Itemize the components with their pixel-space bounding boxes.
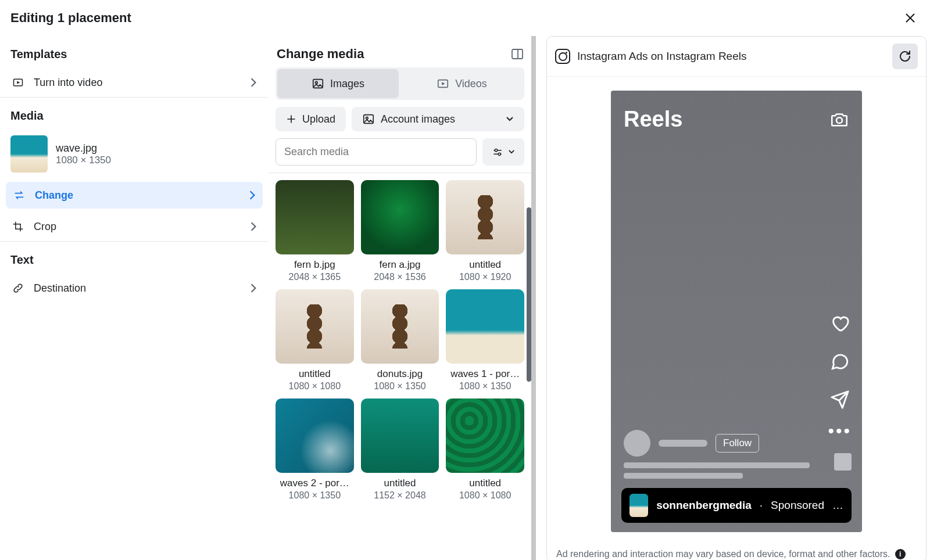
crop-action[interactable]: Crop (0, 212, 269, 241)
sponsored-label: Sponsored (771, 499, 824, 512)
avatar-placeholder (624, 430, 650, 457)
text-heading: Text (0, 242, 269, 274)
media-card-thumb (446, 399, 524, 473)
swap-icon (13, 189, 26, 202)
media-card[interactable]: untitled1080 × 1080 (446, 399, 524, 501)
media-card[interactable]: waves 2 - por…1080 × 1350 (276, 399, 354, 501)
change-action[interactable]: Change (6, 182, 263, 209)
account-images-dropdown[interactable]: Account images (352, 107, 524, 131)
media-card-name: untitled (276, 368, 354, 380)
instagram-icon (555, 49, 570, 64)
tab-videos[interactable]: Videos (401, 69, 523, 98)
banner-thumbnail (629, 494, 648, 517)
media-card-dims: 1080 × 1350 (446, 381, 524, 392)
media-card-name: fern b.jpg (276, 259, 354, 271)
close-icon (904, 12, 917, 24)
caret-down-icon (506, 116, 514, 122)
media-card-thumb (276, 289, 354, 364)
follow-button[interactable]: Follow (716, 434, 759, 453)
banner-account: sonnenbergmedia (656, 499, 752, 512)
svg-point-7 (366, 117, 368, 119)
upload-button[interactable]: Upload (276, 107, 346, 131)
username-placeholder (659, 440, 707, 447)
media-card[interactable]: untitled1152 × 2048 (361, 399, 439, 501)
link-icon (12, 282, 24, 295)
play-icon (437, 77, 449, 90)
search-media-input[interactable] (276, 138, 477, 166)
preview-footer-text: Ad rendering and interaction may vary ba… (556, 549, 890, 559)
svg-rect-6 (364, 115, 374, 124)
preview-panel: Instagram Ads on Instagram Reels Reels (546, 36, 927, 560)
upload-label: Upload (302, 113, 335, 125)
media-card-dims: 1080 × 1920 (446, 272, 524, 282)
media-card-dims: 2048 × 1536 (361, 272, 439, 282)
plus-icon (286, 114, 296, 124)
camera-icon (829, 109, 849, 129)
media-card-thumb (446, 180, 524, 254)
media-file-name: wave.jpg (56, 142, 111, 155)
caption-placeholder (624, 462, 810, 483)
sliders-icon (492, 146, 503, 158)
media-card[interactable]: fern b.jpg2048 × 1365 (276, 180, 354, 282)
media-card[interactable]: untitled1080 × 1920 (446, 180, 524, 282)
media-file-dims: 1080 × 1350 (56, 155, 111, 166)
reel-preview: Reels ••• Follow (611, 91, 862, 532)
image-icon (362, 113, 375, 125)
left-panel: Templates Turn into video Media wave.jpg… (0, 36, 269, 560)
media-card-name: fern a.jpg (361, 259, 439, 271)
turn-into-video-label: Turn into video (34, 77, 241, 89)
change-label: Change (35, 189, 239, 202)
refresh-icon (898, 49, 912, 63)
refresh-button[interactable] (892, 44, 918, 69)
media-card[interactable]: fern a.jpg2048 × 1536 (361, 180, 439, 282)
turn-into-video-row[interactable]: Turn into video (0, 68, 269, 97)
current-media-file: wave.jpg 1080 × 1350 (0, 130, 269, 178)
chevron-right-icon (250, 283, 257, 293)
svg-point-4 (315, 81, 317, 84)
media-card-thumb (361, 180, 439, 254)
image-icon (312, 77, 324, 90)
media-card[interactable]: donuts.jpg1080 × 1350 (361, 289, 439, 392)
media-card-thumb (276, 399, 354, 473)
video-icon (12, 76, 24, 89)
account-images-label: Account images (381, 113, 455, 125)
media-card-name: donuts.jpg (361, 368, 439, 380)
close-button[interactable] (901, 9, 920, 27)
svg-rect-3 (313, 80, 323, 88)
reels-label: Reels (624, 107, 682, 132)
media-card-name: untitled (446, 478, 524, 489)
filter-button[interactable] (482, 138, 524, 166)
media-card-thumb (446, 289, 524, 364)
change-media-heading: Change media (277, 46, 364, 62)
divider (269, 173, 531, 173)
media-card-dims: 1152 × 2048 (361, 490, 439, 501)
media-card-thumb (361, 289, 439, 364)
media-thumbnail (10, 135, 48, 173)
media-card[interactable]: untitled1080 × 1080 (276, 289, 354, 392)
destination-row[interactable]: Destination (0, 274, 269, 303)
change-media-panel: Change media Images Videos Upload Acco (269, 36, 536, 560)
chevron-right-icon (249, 190, 256, 200)
destination-label: Destination (34, 282, 241, 295)
banner-more-icon: … (832, 499, 843, 512)
info-icon[interactable]: i (895, 549, 906, 559)
heart-icon (830, 313, 850, 333)
crop-icon (12, 220, 24, 233)
svg-point-10 (836, 117, 842, 123)
share-icon (830, 390, 850, 410)
chevron-right-icon (250, 221, 257, 232)
tab-images[interactable]: Images (277, 69, 399, 98)
scrollbar-thumb[interactable] (527, 207, 531, 382)
panel-toggle-icon[interactable] (510, 47, 524, 61)
svg-point-8 (495, 149, 497, 151)
sponsored-banner: sonnenbergmedia · Sponsored … (621, 488, 852, 523)
media-heading: Media (0, 98, 269, 130)
templates-heading: Templates (0, 36, 269, 68)
comment-icon (830, 351, 850, 371)
media-type-tabs: Images Videos (276, 67, 524, 100)
media-card[interactable]: waves 1 - por…1080 × 1350 (446, 289, 524, 392)
tab-images-label: Images (330, 78, 364, 90)
media-card-name: waves 1 - por… (446, 368, 524, 380)
media-card-thumb (361, 399, 439, 473)
media-card-dims: 2048 × 1365 (276, 272, 354, 282)
